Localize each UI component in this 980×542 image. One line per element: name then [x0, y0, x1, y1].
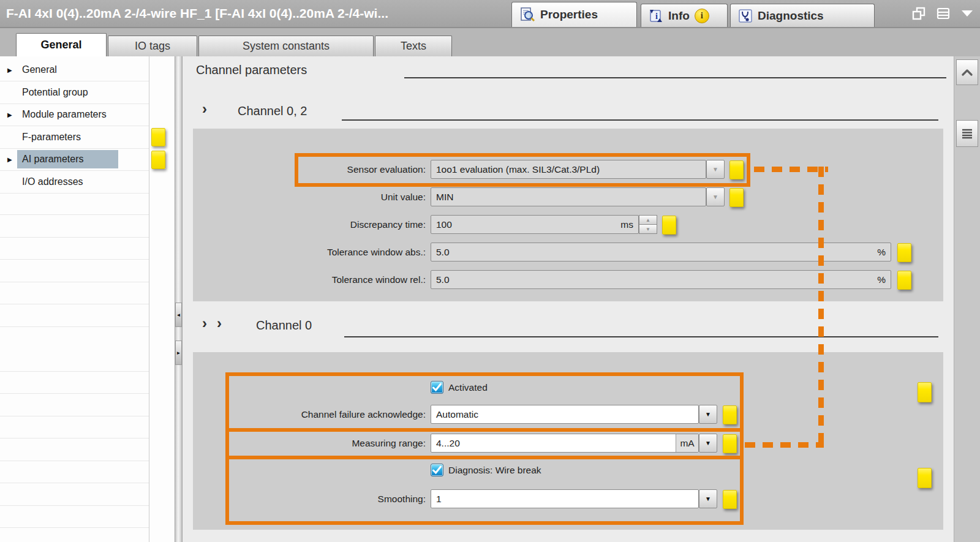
tolerance-abs-label: Tolerance window abs.:: [257, 243, 426, 262]
subtab-io-tags[interactable]: IO tags: [108, 36, 197, 56]
highlight-box-activated-failure-ack: [225, 372, 744, 432]
collapse-right-icon: ►: [176, 350, 181, 356]
subtab-texts[interactable]: Texts: [375, 36, 452, 56]
change-marker-activated: [918, 382, 932, 402]
nav-item-io-addresses[interactable]: I/O addresses: [0, 171, 149, 194]
heading-rule: [344, 336, 938, 337]
highlight-box-sensor-evaluation: [295, 153, 750, 187]
chevron-up-icon: [961, 69, 973, 76]
highlight-box-diagnosis-smoothing: [225, 456, 744, 525]
spin-down-icon[interactable]: ▼: [639, 224, 657, 234]
pane-controls: [911, 6, 974, 21]
connector-dash-bottom: [745, 442, 824, 448]
nav-item-label: General: [22, 64, 57, 75]
collapse-left-icon: ◄: [176, 312, 181, 318]
module-title: F-AI 4xI 0(4)..20mA 2-/4-wire HF_1 [F-AI…: [6, 0, 388, 27]
info-alert-icon: i: [695, 9, 709, 23]
subtab-general[interactable]: General: [16, 33, 107, 56]
nav-item-ai-parameters[interactable]: ▶ AI parameters: [0, 148, 149, 171]
discrepancy-time-input[interactable]: 100 ms: [431, 215, 639, 234]
nav-item-f-parameters[interactable]: F-parameters: [0, 126, 149, 149]
discrepancy-time-value: 100: [431, 219, 452, 230]
section2-heading: Channel 0: [256, 318, 312, 333]
nav-item-label: AI parameters: [22, 154, 83, 165]
nav-divider: [149, 56, 149, 542]
change-marker-f-parameters: [151, 128, 165, 146]
nav-empty-rows: [0, 193, 149, 542]
tolerance-abs-unit: %: [877, 247, 886, 258]
tolerance-rel-label: Tolerance window rel.:: [257, 270, 426, 289]
properties-icon: [519, 7, 535, 23]
diagnostics-icon: [738, 9, 753, 23]
titlebar: F-AI 4xI 0(4)..20mA 2-/4-wire HF_1 [F-AI…: [0, 0, 980, 28]
tolerance-rel-value: 5.0: [431, 274, 450, 285]
subtab-io-tags-label: IO tags: [135, 40, 170, 53]
discrepancy-time-unit: ms: [620, 219, 633, 230]
tab-info-label: Info: [668, 9, 690, 23]
page-title: Channel parameters: [196, 63, 307, 77]
nav-item-label: Potential group: [22, 87, 88, 98]
list-icon: [961, 128, 973, 139]
unit-value-select[interactable]: MIN: [431, 187, 706, 206]
section-chevron-icon[interactable]: ›: [202, 103, 207, 115]
expand-arrow-icon[interactable]: ▶: [7, 67, 12, 73]
tab-properties-label: Properties: [540, 8, 598, 21]
section-chevron-icon[interactable]: ›: [217, 317, 222, 329]
nav-item-general[interactable]: ▶ General: [0, 59, 149, 81]
float-pane-icon[interactable]: [911, 6, 926, 21]
info-icon: i: [649, 9, 663, 23]
unit-value-value: MIN: [431, 192, 453, 203]
subtab-bar: General IO tags System constants Texts: [0, 28, 980, 56]
subtab-system-constants-label: System constants: [243, 40, 330, 53]
inspector-window: F-AI 4xI 0(4)..20mA 2-/4-wire HF_1 [F-AI…: [0, 0, 980, 542]
discrepancy-time-spinner[interactable]: ▲ ▼: [639, 215, 657, 234]
dropdown-arrow-icon: ▼: [712, 194, 718, 200]
nav-item-label: I/O addresses: [22, 176, 83, 187]
tab-properties[interactable]: Properties: [511, 2, 637, 27]
change-marker-discrepancy-time: [662, 216, 676, 235]
expand-arrow-icon[interactable]: ▶: [7, 156, 12, 163]
nav-item-label: Module parameters: [22, 109, 107, 120]
change-marker-unit-value: [729, 188, 744, 207]
heading-rule: [342, 119, 938, 121]
nav-item-label: F-parameters: [22, 132, 81, 143]
subtab-system-constants[interactable]: System constants: [198, 36, 374, 56]
heading-rule: [404, 77, 946, 78]
section1-heading: Channel 0, 2: [238, 104, 307, 118]
tolerance-rel-unit: %: [877, 274, 886, 285]
nav-item-potential-group[interactable]: Potential group: [0, 81, 149, 104]
minimize-pane-icon[interactable]: [960, 9, 974, 18]
change-marker-tolerance-rel: [897, 271, 911, 290]
tab-info[interactable]: i Info i: [641, 4, 728, 27]
nav-item-module-parameters[interactable]: ▶ Module parameters: [0, 104, 149, 126]
connector-dash-vertical: [818, 167, 824, 448]
change-marker-diagnosis: [918, 468, 932, 488]
spin-up-icon[interactable]: ▲: [639, 215, 657, 224]
scroll-menu-button[interactable]: [956, 120, 978, 147]
connector-dash-top: [754, 167, 828, 172]
splitter-collapse-left-button[interactable]: ◄: [175, 303, 182, 327]
nav-splitter[interactable]: [175, 56, 183, 542]
tab-diagnostics[interactable]: Diagnostics: [730, 4, 875, 27]
subtab-general-label: General: [40, 39, 81, 51]
discrepancy-time-label: Discrepancy time:: [300, 215, 426, 234]
expand-arrow-icon[interactable]: ▶: [7, 111, 12, 118]
collapse-pane-icon[interactable]: [936, 6, 951, 21]
tolerance-abs-value: 5.0: [431, 247, 450, 258]
highlight-box-measuring-range: [225, 428, 744, 459]
scroll-up-button[interactable]: [956, 59, 978, 85]
unit-value-label: Unit value:: [300, 187, 426, 206]
section-chevron-icon[interactable]: ›: [202, 317, 207, 329]
subtab-texts-label: Texts: [401, 40, 426, 53]
change-marker-ai-parameters: [151, 151, 165, 169]
change-marker-tolerance-abs: [897, 243, 911, 262]
splitter-collapse-right-button[interactable]: ►: [175, 341, 182, 365]
svg-text:i: i: [655, 12, 658, 21]
unit-value-dropdown-button[interactable]: ▼: [706, 187, 725, 206]
tab-diagnostics-label: Diagnostics: [758, 9, 824, 23]
